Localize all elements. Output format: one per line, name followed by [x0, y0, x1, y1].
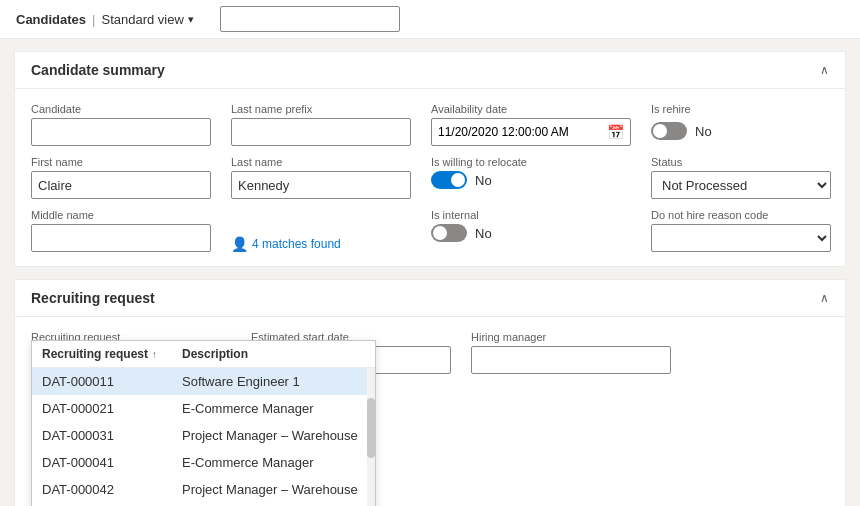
do-not-hire-select[interactable] [651, 224, 831, 252]
is-rehire-field: Is rehire No [651, 103, 831, 146]
matches-field: 👤 4 matches found [231, 209, 411, 252]
last-name-field: Last name [231, 156, 411, 199]
row-desc: E-Commerce Manager [182, 455, 365, 470]
top-bar-separator: | [92, 12, 95, 27]
middle-name-input[interactable] [31, 224, 211, 252]
recruiting-request-header: Recruiting request [15, 280, 845, 317]
do-not-hire-label: Do not hire reason code [651, 209, 831, 221]
is-internal-value: No [475, 226, 492, 241]
last-name-prefix-input[interactable] [231, 118, 411, 146]
candidate-form-row3: Middle name 👤 4 matches found Is interna… [31, 209, 829, 252]
candidate-summary-section: Candidate summary Candidate Last name pr… [14, 51, 846, 267]
is-rehire-toggle[interactable] [651, 122, 687, 140]
status-field: Status Not Processed Processed Hired Rej… [651, 156, 831, 199]
hiring-manager-field: Hiring manager [471, 331, 671, 374]
dropdown-row[interactable]: DAT-000011 Software Engineer 1 [32, 368, 375, 395]
hiring-manager-label: Hiring manager [471, 331, 671, 343]
candidate-form-row2: First name Last name Is willing to reloc… [31, 156, 829, 199]
candidate-summary-toggle[interactable] [820, 63, 829, 77]
row-id: DAT-000021 [42, 401, 182, 416]
status-select[interactable]: Not Processed Processed Hired Rejected [651, 171, 831, 199]
row-id: DAT-000031 [42, 428, 182, 443]
recruiting-request-section: Recruiting request Recruiting request ▼ … [14, 279, 846, 506]
row-desc: Project Manager – Warehouse [182, 428, 365, 443]
first-name-label: First name [31, 156, 211, 168]
is-internal-row: No [431, 224, 631, 242]
candidate-input[interactable] [31, 118, 211, 146]
last-name-prefix-field: Last name prefix [231, 103, 411, 146]
candidate-form-row1: Candidate Last name prefix Availability … [31, 103, 829, 146]
do-not-hire-field: Do not hire reason code [651, 209, 831, 252]
middle-name-label: Middle name [31, 209, 211, 221]
dropdown-header: Recruiting request ↑ Description [32, 341, 375, 368]
is-rehire-value: No [695, 124, 712, 139]
last-name-label: Last name [231, 156, 411, 168]
row-desc: Software Engineer 1 [182, 374, 365, 389]
scrollbar-thumb [367, 398, 375, 458]
hiring-manager-input[interactable] [471, 346, 671, 374]
is-rehire-row: No [651, 118, 831, 140]
is-internal-toggle[interactable] [431, 224, 467, 242]
row-desc: Project Manager – Warehouse [182, 482, 365, 497]
top-bar: Candidates | Standard view ▾ [0, 0, 860, 39]
candidate-summary-body: Candidate Last name prefix Availability … [15, 89, 845, 266]
candidate-summary-header: Candidate summary [15, 52, 845, 89]
recruiting-dropdown: Recruiting request ↑ Description DAT-000… [31, 340, 376, 506]
dropdown-scrollbar[interactable] [367, 368, 375, 506]
is-willing-field: Is willing to relocate No [431, 156, 631, 199]
row-id: DAT-000042 [42, 482, 182, 497]
availability-date-label: Availability date [431, 103, 631, 115]
availability-date-wrapper: 📅 [431, 118, 631, 146]
calendar-icon[interactable]: 📅 [601, 124, 630, 140]
top-search-input[interactable] [220, 6, 400, 32]
matches-link[interactable]: 👤 4 matches found [231, 236, 411, 252]
row-id: DAT-000011 [42, 374, 182, 389]
dropdown-row[interactable]: DAT-000031 Project Manager – Warehouse [32, 422, 375, 449]
dropdown-row[interactable]: DAT-000021 E-Commerce Manager [32, 395, 375, 422]
candidate-field: Candidate [31, 103, 211, 146]
is-internal-label: Is internal [431, 209, 631, 221]
is-willing-label: Is willing to relocate [431, 156, 631, 168]
top-bar-view[interactable]: Standard view ▾ [101, 12, 193, 27]
status-label: Status [651, 156, 831, 168]
dropdown-row[interactable]: DAT-000042 Project Manager – Warehouse [32, 476, 375, 503]
last-name-prefix-label: Last name prefix [231, 103, 411, 115]
row-desc: E-Commerce Manager [182, 401, 365, 416]
candidate-label: Candidate [31, 103, 211, 115]
last-name-input[interactable] [231, 171, 411, 199]
is-willing-row: No [431, 171, 631, 189]
recruiting-request-toggle[interactable] [820, 291, 829, 305]
top-bar-title: Candidates [16, 12, 86, 27]
matches-text: 4 matches found [252, 237, 341, 251]
is-willing-toggle[interactable] [431, 171, 467, 189]
candidate-summary-title: Candidate summary [31, 62, 165, 78]
dropdown-rows-container: DAT-000011 Software Engineer 1 DAT-00002… [32, 368, 375, 506]
first-name-input[interactable] [31, 171, 211, 199]
first-name-field: First name [31, 156, 211, 199]
is-rehire-label: Is rehire [651, 103, 831, 115]
availability-date-input[interactable] [432, 125, 601, 139]
dropdown-col2-header[interactable]: Description [182, 347, 365, 361]
middle-name-field: Middle name [31, 209, 211, 252]
recruiting-request-title: Recruiting request [31, 290, 155, 306]
matches-icon: 👤 [231, 236, 248, 252]
is-willing-value: No [475, 173, 492, 188]
dropdown-col1-header[interactable]: Recruiting request ↑ [42, 347, 182, 361]
row-id: DAT-000041 [42, 455, 182, 470]
dropdown-row[interactable]: DAT-000041 E-Commerce Manager [32, 449, 375, 476]
availability-date-field: Availability date 📅 [431, 103, 631, 146]
is-internal-field: Is internal No [431, 209, 631, 252]
sort-icon: ↑ [152, 349, 157, 360]
